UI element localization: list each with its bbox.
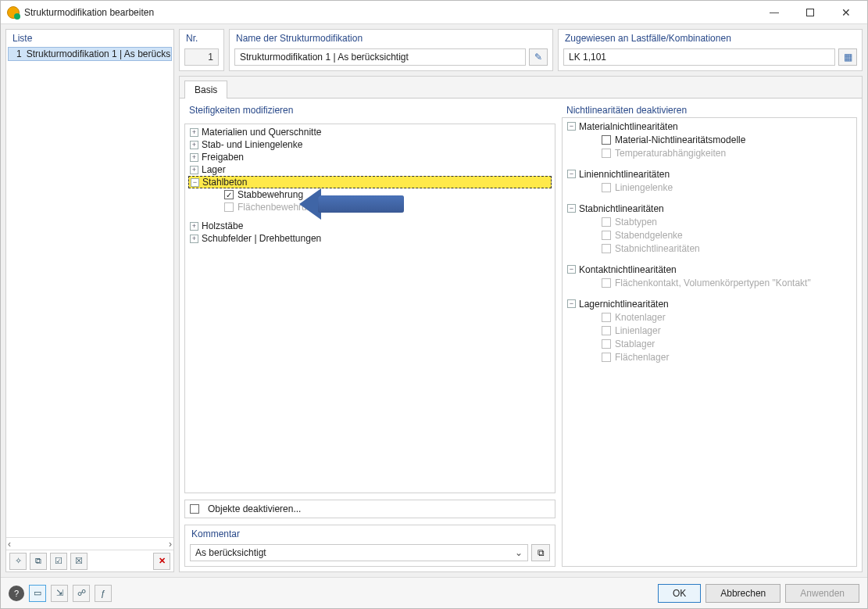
checkbox-stabbewehrung[interactable] [224, 190, 234, 199]
assigned-label: Zugewiesen an Lastfälle/Kombinationen [559, 30, 862, 45]
comment-pick-button[interactable]: ⧉ [531, 544, 550, 561]
item-liniengelenke: Liniengelenke [615, 182, 673, 193]
copy-item-button[interactable]: ⧉ [30, 553, 47, 570]
assigned-picker-button[interactable]: ▦ [838, 48, 857, 66]
expand-icon[interactable]: + [190, 128, 198, 137]
checkbox-liniengelenke [602, 183, 611, 192]
tab-bar: Basis [180, 77, 862, 99]
list-area[interactable]: 1 Strukturmodifikation 1 | As berücks. [6, 45, 173, 537]
comment-label: Kommentar [185, 525, 555, 541]
name-panel: Name der Strukturmodifikation Strukturmo… [229, 29, 553, 71]
close-button[interactable]: ✕ [828, 1, 864, 24]
expand-icon[interactable]: + [190, 222, 198, 231]
collapse-icon[interactable]: − [567, 265, 576, 274]
dialog-window: Strukturmodifikation bearbeiten — ✕ List… [0, 0, 868, 609]
app-icon [7, 6, 20, 19]
list-item[interactable]: 1 Strukturmodifikation 1 | As berücks. [8, 47, 172, 61]
tab-container: Basis Steifigkeiten modifizieren +Materi… [179, 76, 863, 572]
list-item-text: Strukturmodifikation 1 | As berücks. [27, 48, 172, 59]
toolbar-btn-3[interactable]: ☑ [50, 553, 67, 570]
footer-view-3-button[interactable]: ☍ [73, 585, 90, 602]
tree-leaf-stabbewehrung[interactable]: Stabbewehrung [238, 189, 303, 200]
list-scrollbar[interactable]: ‹ › [6, 537, 173, 550]
checkbox-flaechenbewehrung [224, 202, 234, 212]
expand-icon[interactable]: + [190, 235, 198, 243]
footer-view-2-button[interactable]: ⇲ [51, 585, 68, 602]
checkbox-stabnl [602, 244, 611, 253]
deactivate-objects-row: Objekte deaktivieren... [184, 500, 555, 518]
group-linien[interactable]: Liniennichtlinearitäten [579, 169, 670, 180]
checkbox-stabendgelenke [602, 231, 611, 240]
nr-value[interactable]: 1 [184, 48, 219, 66]
titlebar: Strukturmodifikation bearbeiten — ✕ [1, 1, 867, 24]
list-item-num: 1 [16, 48, 22, 59]
new-item-button[interactable]: ✧ [9, 553, 27, 570]
item-knotenlager: Knotenlager [615, 312, 666, 323]
header-row: Nr. 1 Name der Strukturmodifikation Stru… [179, 29, 863, 71]
footer: ? ▭ ⇲ ☍ ƒ OK Abbrechen Anwenden [1, 577, 867, 608]
collapse-icon[interactable]: − [567, 122, 576, 131]
delete-item-button[interactable]: ✕ [153, 553, 170, 570]
edit-name-button[interactable]: ✎ [529, 48, 548, 66]
item-material-temp: Temperaturabhängigkeiten [615, 148, 726, 159]
collapse-icon[interactable]: − [191, 178, 199, 187]
group-lagernl[interactable]: Lagernichtlinearitäten [579, 299, 669, 310]
name-input[interactable]: Strukturmodifikation 1 | As berücksichti… [234, 48, 526, 66]
checkbox-material-temp [602, 149, 611, 158]
deactivate-objects-checkbox[interactable] [190, 504, 199, 514]
stiffness-title: Steifigkeiten modifizieren [184, 103, 555, 117]
tree-node[interactable]: Holzstäbe [202, 220, 243, 231]
tree-node[interactable]: Lager [202, 164, 226, 175]
group-kontakt[interactable]: Kontaktnichtlinearitäten [579, 264, 677, 275]
tab-basis[interactable]: Basis [184, 81, 227, 99]
assigned-panel: Zugewiesen an Lastfälle/Kombinationen LK… [558, 29, 863, 71]
list-label: Liste [6, 30, 173, 45]
name-label: Name der Strukturmodifikation [230, 30, 552, 45]
checkbox-knotenlager [602, 313, 611, 322]
toolbar-btn-4[interactable]: ☒ [70, 553, 88, 570]
collapse-icon[interactable]: − [567, 204, 576, 213]
footer-view-4-button[interactable]: ƒ [95, 585, 112, 602]
list-panel: Liste 1 Strukturmodifikation 1 | As berü… [5, 29, 174, 572]
maximize-button[interactable] [792, 1, 828, 24]
minimize-button[interactable]: — [756, 1, 792, 24]
group-stab[interactable]: Stabnichtlinearitäten [579, 203, 664, 214]
scroll-left-icon[interactable]: ‹ [8, 539, 11, 550]
group-material[interactable]: Materialnichtlinearitäten [579, 121, 678, 132]
deactivate-objects-label[interactable]: Objekte deaktivieren... [208, 503, 301, 514]
window-title: Strukturmodifikation bearbeiten [24, 7, 154, 18]
collapse-icon[interactable]: − [567, 170, 576, 178]
apply-button: Anwenden [785, 584, 859, 603]
ok-button[interactable]: OK [658, 584, 701, 603]
cancel-button[interactable]: Abbrechen [705, 584, 780, 603]
stiffness-tree: +Materialien und Querschnitte +Stab- und… [184, 124, 555, 493]
comment-combo[interactable]: As berücksichtigt [190, 544, 528, 561]
item-linienlager: Linienlager [615, 325, 661, 336]
tree-node-stahlbeton[interactable]: Stahlbeton [202, 177, 247, 188]
collapse-icon[interactable]: − [567, 299, 576, 308]
item-flaechenlager: Flächenlager [615, 352, 669, 363]
checkbox-stablager [602, 339, 611, 349]
item-stablager: Stablager [615, 339, 655, 349]
expand-icon[interactable]: + [190, 141, 198, 149]
checkbox-flaechenlager [602, 353, 611, 362]
item-material-modelle[interactable]: Material-Nichtlinearitätsmodelle [615, 134, 745, 145]
tree-node[interactable]: Freigaben [202, 152, 244, 163]
list-toolbar: ✧ ⧉ ☑ ☒ ✕ [6, 550, 173, 571]
tree-leaf-flaechenbewehrung: Flächenbewehrung [238, 202, 317, 213]
assigned-input[interactable]: LK 1,101 [563, 48, 835, 66]
checkbox-linienlager [602, 326, 611, 335]
checkbox-material-modelle[interactable] [602, 135, 611, 145]
scroll-right-icon[interactable]: › [169, 539, 172, 550]
help-button[interactable]: ? [9, 586, 24, 601]
nr-panel: Nr. 1 [179, 29, 224, 71]
tree-node[interactable]: Schubfelder | Drehbettungen [202, 233, 321, 244]
footer-view-1-button[interactable]: ▭ [29, 585, 46, 602]
nonlin-title: Nichtlinearitäten deaktivieren [562, 103, 857, 117]
tree-node[interactable]: Materialien und Querschnitte [202, 127, 321, 138]
expand-icon[interactable]: + [190, 166, 198, 174]
tree-node[interactable]: Stab- und Liniengelenke [202, 139, 302, 150]
item-stabendgelenke: Stabendgelenke [615, 230, 683, 241]
nr-label: Nr. [180, 30, 223, 45]
expand-icon[interactable]: + [190, 153, 198, 162]
